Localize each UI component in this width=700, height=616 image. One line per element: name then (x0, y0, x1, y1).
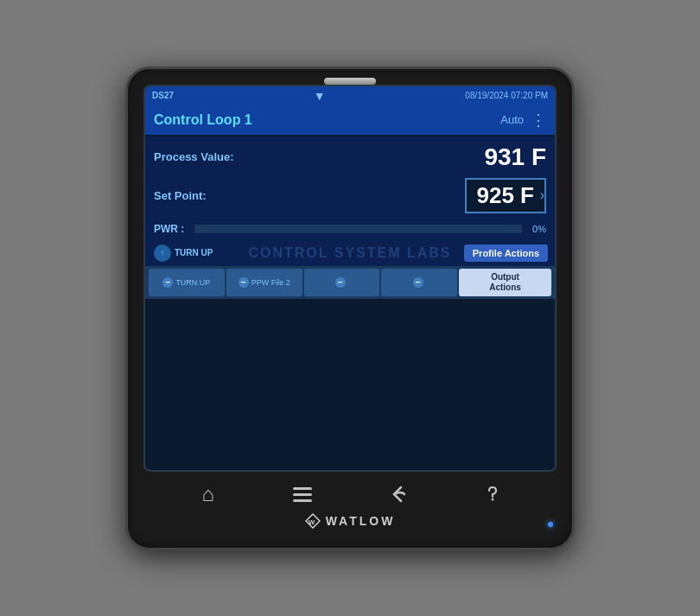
action-btn-3[interactable]: − (304, 269, 380, 296)
nav-bar: ⌂ (143, 472, 557, 510)
header-right: Auto ⋮ (500, 111, 546, 130)
svg-rect-0 (293, 487, 312, 490)
data-section: Process Value: 931 F Set Point: 925 F › (145, 137, 555, 220)
process-value-row: Process Value: 931 F (154, 140, 546, 175)
action-btn-4[interactable]: − (381, 269, 457, 296)
screen-header: Control Loop 1 Auto ⋮ (145, 105, 555, 135)
watermark-main: CONTROL SYSTEM LABS (248, 245, 451, 261)
device-id: DS27 (152, 91, 174, 100)
ppw-file-button[interactable]: − PPW File 2 (226, 269, 302, 296)
mode-label: Auto (500, 113, 524, 126)
help-button[interactable] (474, 479, 509, 510)
pwr-label: PWR : (154, 223, 184, 235)
action-buttons-bar: − TURN UP − PPW File 2 − − OutputActions (145, 266, 555, 299)
turn-up-btn-label: TURN UP (175, 278, 210, 287)
screen-topbar: DS27 ▼ 08/19/2024 07:20 PM (145, 86, 555, 105)
pwr-percent: 0% (532, 224, 546, 234)
svg-rect-2 (293, 499, 312, 502)
output-actions-label: OutputActions (489, 272, 521, 293)
svg-point-3 (492, 498, 494, 500)
screen: DS27 ▼ 08/19/2024 07:20 PM Control Loop … (143, 85, 557, 472)
turn-up-label: TURN UP (175, 248, 213, 257)
setpoint-label: Set Point: (154, 189, 207, 202)
setpoint-value: 925 F (477, 182, 535, 209)
brand-logo: W WATLOW (305, 513, 396, 529)
svg-text:W: W (308, 518, 317, 525)
device-body: DS27 ▼ 08/19/2024 07:20 PM Control Loop … (125, 67, 575, 550)
home-button[interactable]: ⌂ (191, 479, 226, 510)
turn-up-button[interactable]: − TURN UP (149, 269, 225, 296)
chevron-right-icon: › (540, 187, 544, 203)
minus-icon-1: − (162, 277, 173, 288)
svg-rect-1 (293, 493, 312, 496)
pwr-bar (194, 225, 522, 233)
profile-actions-button[interactable]: Profile Actions (464, 244, 548, 262)
minus-icon-2: − (239, 277, 249, 288)
menu-button[interactable]: ⋮ (531, 111, 546, 130)
minus-icon-4: − (413, 277, 423, 288)
loop-title: Control Loop 1 (154, 112, 252, 128)
topbar-icon: ▼ (314, 89, 326, 103)
back-button[interactable] (380, 479, 415, 510)
brand-name: WATLOW (326, 514, 396, 528)
setpoint-row[interactable]: Set Point: 925 F › (154, 175, 546, 217)
watlow-logo-icon: W (305, 513, 321, 529)
turn-up-badge[interactable]: ↑ TURN UP (154, 244, 213, 262)
minus-icon-3: − (335, 277, 346, 288)
watermark-area: ↑ TURN UP CONTROL SYSTEM LABS Profile Ac… (145, 240, 555, 266)
pwr-section: PWR : 0% (145, 220, 555, 240)
output-actions-button[interactable]: OutputActions (459, 269, 551, 296)
blue-led (548, 522, 553, 527)
setpoint-box[interactable]: 925 F (465, 178, 547, 213)
ppw-file-label: PPW File 2 (251, 278, 290, 287)
process-value: 931 F (484, 143, 546, 171)
turn-up-icon: ↑ (154, 244, 171, 262)
process-value-label: Process Value: (154, 150, 234, 163)
datetime: 08/19/2024 07:20 PM (465, 91, 548, 100)
menu-nav-button[interactable] (285, 479, 320, 510)
